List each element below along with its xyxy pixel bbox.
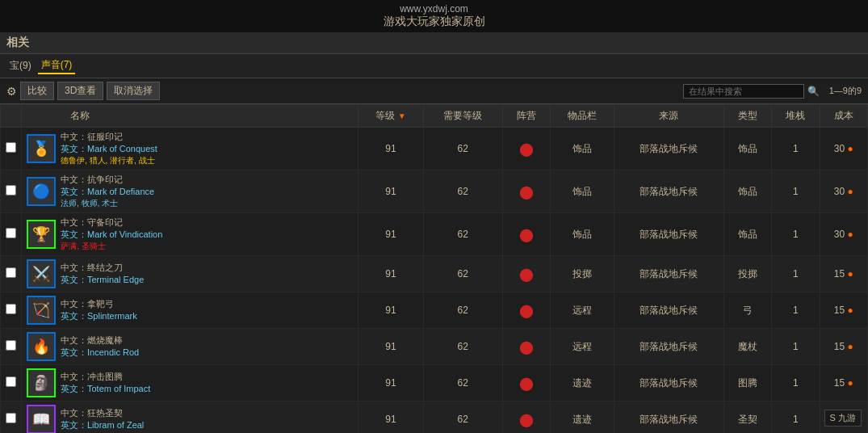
tab-sound[interactable]: 声音(7): [38, 57, 76, 74]
item-name-en[interactable]: 英文：Splintermark: [61, 310, 137, 322]
row-checkbox-cell: [1, 292, 22, 329]
item-req-level: 62: [423, 128, 502, 170]
table-row: 🔵中文：抗争印记英文：Mark of Defiance法师, 牧师, 术士916…: [1, 170, 868, 213]
item-name-en-link[interactable]: Totem of Impact: [87, 384, 150, 393]
faction-icon: ⬤: [519, 142, 534, 156]
item-cost: 30 ●: [820, 213, 867, 256]
item-name-en-link[interactable]: Mark of Conquest: [87, 144, 157, 153]
item-source: 部落战地斥候: [614, 365, 723, 401]
row-checkbox[interactable]: [6, 340, 16, 351]
item-name-en[interactable]: 英文：Mark of Vindication: [61, 229, 162, 241]
item-source: 部落战地斥候: [614, 329, 723, 365]
faction-icon: ⬤: [519, 267, 534, 281]
item-name-en[interactable]: 英文：Terminal Edge: [61, 274, 144, 286]
col-slot: 物品栏: [550, 105, 614, 128]
item-name-en-link[interactable]: Mark of Vindication: [87, 229, 162, 239]
sort-arrow-level: ▼: [398, 111, 406, 120]
item-name-en[interactable]: 英文：Mark of Defiance: [61, 186, 154, 198]
item-source: 部落战地斥候: [614, 292, 723, 329]
item-faction: ⬤: [502, 170, 550, 213]
col-cost: 成本: [820, 105, 867, 128]
item-name-en[interactable]: 英文：Mark of Conquest: [61, 143, 157, 155]
item-slot: 饰品: [550, 170, 614, 213]
tab-treasure[interactable]: 宝(9): [6, 58, 35, 74]
item-classes: 德鲁伊, 猎人, 潜行者, 战士: [61, 155, 157, 166]
item-level: 91: [359, 365, 424, 401]
site-tagline: 游戏大玩家独家原创: [0, 15, 868, 29]
item-cost: 15 ●: [820, 329, 867, 365]
item-type: 魔杖: [723, 329, 771, 365]
item-name-cell: ⚔️中文：终结之刀英文：Terminal Edge: [22, 256, 359, 292]
cancel-button[interactable]: 取消选择: [107, 82, 160, 100]
item-stack: 1: [772, 170, 820, 213]
item-type: 投掷: [723, 256, 771, 292]
header-row: 相关: [0, 32, 868, 54]
row-checkbox[interactable]: [6, 304, 16, 314]
item-source: 部落战地斥候: [614, 170, 723, 213]
item-cost: 15 ●: [820, 292, 867, 329]
row-checkbox[interactable]: [6, 267, 16, 278]
item-stack: 1: [772, 256, 820, 292]
item-req-level: 62: [423, 213, 502, 256]
item-name-en-link[interactable]: Incendic Rod: [87, 347, 139, 357]
row-checkbox[interactable]: [6, 376, 16, 387]
item-name-cn: 中文：终结之刀: [61, 262, 144, 274]
item-req-level: 62: [423, 401, 502, 434]
faction-icon: ⬤: [519, 376, 534, 390]
item-name-en[interactable]: 英文：Libram of Zeal: [61, 419, 144, 431]
item-faction: ⬤: [502, 329, 550, 365]
table-row: 📖中文：狂热圣契英文：Libram of Zeal9162⬤遗迹部落战地斥候圣契…: [1, 401, 868, 434]
row-checkbox[interactable]: [6, 413, 16, 423]
item-type: 饰品: [723, 128, 771, 170]
item-name-en-link[interactable]: Mark of Defiance: [87, 187, 154, 196]
item-level: 91: [359, 128, 424, 170]
row-checkbox-cell: [1, 170, 22, 213]
items-table: 名称 等级 ▼ 需要等级 阵营 物品栏 来源 类型 堆栈 成本 🏅中文：征服印记…: [0, 104, 868, 433]
col-name: 名称: [22, 105, 359, 128]
row-checkbox[interactable]: [6, 228, 16, 238]
compare-button[interactable]: 比较: [20, 82, 54, 100]
item-req-level: 62: [423, 256, 502, 292]
table-row: 🏹中文：拿靶弓英文：Splintermark9162⬤远程部落战地斥候弓115 …: [1, 292, 868, 329]
item-name-en-link[interactable]: Splintermark: [87, 311, 137, 321]
item-name-cn: 中文：冲击图腾: [61, 371, 150, 383]
page-info: 1—9的9: [829, 85, 862, 97]
item-name-cn: 中文：拿靶弓: [61, 298, 137, 310]
row-checkbox[interactable]: [6, 142, 16, 153]
item-icon: 🏅: [27, 134, 56, 163]
search-input[interactable]: [683, 84, 804, 99]
table-row: 🗿中文：冲击图腾英文：Totem of Impact9162⬤遗迹部落战地斥候图…: [1, 365, 868, 401]
item-name-cell: 📖中文：狂热圣契英文：Libram of Zeal: [22, 401, 359, 434]
item-name-en[interactable]: 英文：Incendic Rod: [61, 347, 139, 359]
view3d-button[interactable]: 3D查看: [57, 82, 103, 100]
item-name-en[interactable]: 英文：Totem of Impact: [61, 383, 150, 395]
item-names: 中文：拿靶弓英文：Splintermark: [61, 298, 137, 322]
toolbar: ⚙ 比较 3D查看 取消选择 🔍 1—9的9: [0, 78, 868, 104]
item-slot: 远程: [550, 329, 614, 365]
item-stack: 1: [772, 292, 820, 329]
table-header-row: 名称 等级 ▼ 需要等级 阵营 物品栏 来源 类型 堆栈 成本: [1, 105, 868, 128]
col-type: 类型: [723, 105, 771, 128]
col-req-level: 需要等级: [423, 105, 502, 128]
item-cost: 30 ●: [820, 128, 867, 170]
search-icon: 🔍: [807, 86, 820, 97]
table-row: 🔥中文：燃烧魔棒英文：Incendic Rod9162⬤远程部落战地斥候魔杖11…: [1, 329, 868, 365]
item-name-en-link[interactable]: Libram of Zeal: [87, 420, 144, 430]
col-source: 来源: [614, 105, 723, 128]
item-level: 91: [359, 329, 424, 365]
row-checkbox[interactable]: [6, 185, 16, 195]
col-level: 等级 ▼: [359, 105, 424, 128]
item-type: 圣契: [723, 401, 771, 434]
item-source: 部落战地斥候: [614, 256, 723, 292]
row-checkbox-cell: [1, 329, 22, 365]
row-checkbox-cell: [1, 365, 22, 401]
row-checkbox-cell: [1, 401, 22, 434]
item-req-level: 62: [423, 329, 502, 365]
item-icon: 🏹: [27, 296, 56, 325]
item-stack: 1: [772, 128, 820, 170]
item-name-en-link[interactable]: Terminal Edge: [87, 275, 144, 284]
site-url: www.yxdwj.com: [0, 3, 868, 15]
item-faction: ⬤: [502, 292, 550, 329]
faction-icon: ⬤: [519, 340, 534, 354]
item-level: 91: [359, 170, 424, 213]
